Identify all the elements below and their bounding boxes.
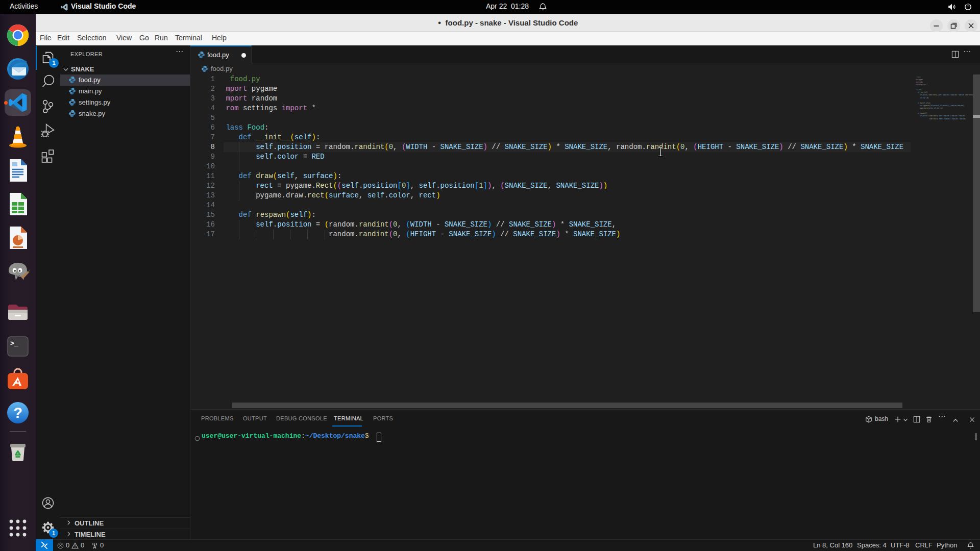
svg-text:?: ? bbox=[13, 405, 22, 421]
svg-text:>_: >_ bbox=[10, 340, 18, 347]
